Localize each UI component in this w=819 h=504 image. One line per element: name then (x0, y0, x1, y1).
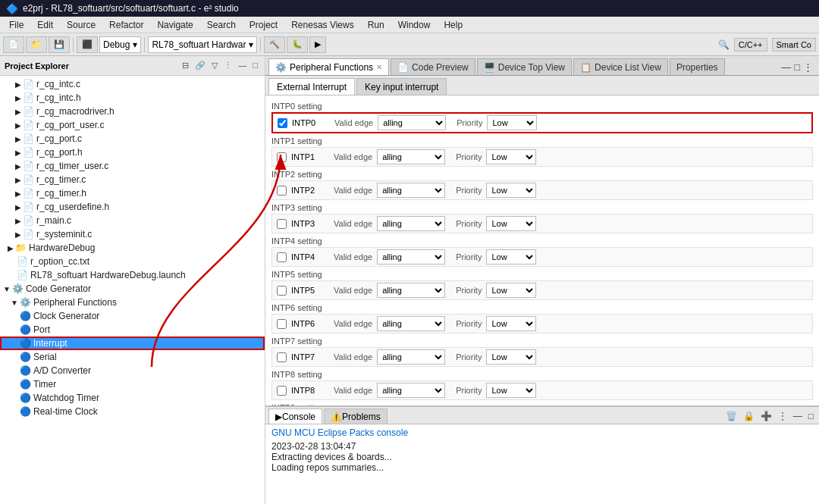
tree-item-r_cg_intc_c[interactable]: ▶ 📄 r_cg_intc.c (0, 77, 265, 91)
menu-renesas-views[interactable]: Renesas Views (285, 18, 360, 32)
tree-arrow-hardware_debug[interactable]: ▶ (8, 244, 14, 252)
debug-combo[interactable]: Debug ▾ (99, 36, 141, 53)
pf-tab-close[interactable]: ✕ (376, 63, 382, 71)
console-view-menu-btn[interactable]: ⋮ (776, 410, 789, 422)
tree-item-ad_converter[interactable]: 🔵 A/D Converter (0, 364, 265, 377)
menu-navigate[interactable]: Navigate (151, 18, 199, 32)
menu-refactor[interactable]: Refactor (103, 18, 149, 32)
tree-arrow-peripheral_functions[interactable]: ▼ (11, 299, 18, 307)
tree-item-serial[interactable]: 🔵 Serial (0, 350, 265, 364)
tree-arrow-r_systeminit_c[interactable]: ▶ (15, 230, 21, 239)
tree-item-interrupt[interactable]: 🔵 Interrupt (0, 337, 265, 350)
intp-priority-select-intp0[interactable]: LowMediumHigh (487, 115, 537, 130)
tree-arrow-r_cg_intc_h[interactable]: ▶ (15, 94, 21, 102)
toolbar-new-btn[interactable]: 📄 (3, 36, 24, 53)
toolbar-save-btn[interactable]: 💾 (49, 36, 70, 53)
intp-priority-select-intp7[interactable]: LowMediumHigh (486, 349, 536, 365)
tree-item-rl78_launch[interactable]: 📄 RL78_softuart HardwareDebug.launch (0, 268, 265, 282)
intp-valid-edge-select-intp7[interactable]: allingfallingrisingboth (377, 349, 445, 365)
intp-valid-edge-select-intp5[interactable]: allingfallingrisingboth (377, 283, 445, 298)
toolbar-stop-btn[interactable]: ⬛ (77, 36, 98, 53)
intp-checkbox-intp0[interactable] (278, 118, 287, 128)
tab-minimize-icon[interactable]: — (781, 61, 791, 73)
menu-project[interactable]: Project (243, 18, 284, 32)
console-scroll-lock-btn[interactable]: 🔒 (741, 410, 757, 422)
intp-valid-edge-select-intp2[interactable]: allingfallingrisingboth (377, 183, 445, 198)
tree-item-r_cg_port_user_c[interactable]: ▶ 📄 r_cg_port_user.c (0, 118, 265, 132)
toolbar-run-btn[interactable]: ▶ (309, 36, 326, 53)
menu-search[interactable]: Search (201, 18, 242, 32)
tree-arrow-code_generator[interactable]: ▼ (3, 285, 11, 293)
intp-checkbox-intp3[interactable] (277, 219, 287, 229)
tree-item-r_cg_timer_h[interactable]: ▶ 📄 r_cg_timer.h (0, 186, 265, 200)
menu-file[interactable]: File (3, 18, 30, 32)
tree-item-watchdog_timer[interactable]: 🔵 Watchdog Timer (0, 391, 265, 405)
intp-checkbox-intp7[interactable] (277, 352, 287, 362)
tab-chevron-icon[interactable]: ⋮ (803, 61, 813, 73)
tree-arrow-r_cg_port_user_c[interactable]: ▶ (15, 121, 21, 130)
console-max-btn[interactable]: □ (806, 410, 816, 422)
intp-priority-select-intp4[interactable]: LowMediumHigh (486, 249, 536, 265)
sidebar-filter-btn[interactable]: ▽ (209, 60, 220, 71)
intp-priority-select-intp1[interactable]: LowMediumHigh (486, 149, 536, 164)
console-new-btn[interactable]: ➕ (758, 410, 774, 422)
pf-tab-key-input[interactable]: Key input interrupt (356, 78, 447, 95)
tree-arrow-r_cg_timer_h[interactable]: ▶ (15, 189, 21, 198)
menu-help[interactable]: Help (438, 18, 469, 32)
intp-valid-edge-select-intp1[interactable]: allingfallingrisingboth (377, 149, 445, 164)
menu-source[interactable]: Source (61, 18, 102, 32)
tab-device-list-view[interactable]: 📋 Device List View (573, 58, 668, 75)
tree-arrow-r_cg_port_h[interactable]: ▶ (15, 149, 21, 157)
tree-item-realtime_clock[interactable]: 🔵 Real-time Clock (0, 405, 265, 418)
sidebar-menu-btn[interactable]: ⋮ (221, 60, 234, 71)
intp-checkbox-intp6[interactable] (277, 319, 287, 329)
console-min-btn[interactable]: — (791, 410, 805, 422)
toolbar-open-btn[interactable]: 📁 (26, 36, 47, 53)
tree-arrow-r_main_c[interactable]: ▶ (15, 217, 21, 225)
intp-priority-select-intp2[interactable]: LowMediumHigh (486, 183, 536, 198)
intp-checkbox-intp4[interactable] (277, 252, 287, 262)
intp-valid-edge-select-intp8[interactable]: allingfallingrisingboth (377, 383, 445, 398)
intp-valid-edge-select-intp3[interactable]: allingfallingrisingboth (377, 216, 445, 231)
sidebar-collapse-btn[interactable]: ⊟ (180, 60, 191, 71)
tree-item-peripheral_functions[interactable]: ▼ ⚙️ Peripheral Functions (0, 296, 265, 309)
sidebar-link-btn[interactable]: 🔗 (193, 60, 208, 71)
intp-checkbox-intp1[interactable] (277, 152, 287, 162)
device-combo[interactable]: RL78_softuart Hardwar ▾ (148, 36, 256, 53)
toolbar-build-btn[interactable]: 🔨 (264, 36, 285, 53)
sidebar-min-btn[interactable]: — (236, 60, 249, 71)
intp-checkbox-intp2[interactable] (277, 186, 287, 196)
tree-item-port[interactable]: 🔵 Port (0, 323, 265, 337)
tree-item-r_cg_timer_c[interactable]: ▶ 📄 r_cg_timer.c (0, 173, 265, 186)
tree-item-r_systeminit_c[interactable]: ▶ 📄 r_systeminit.c (0, 227, 265, 241)
tree-item-code_generator[interactable]: ▼ ⚙️ Code Generator (0, 282, 265, 296)
intp-valid-edge-select-intp0[interactable]: allingfallingrisingboth (378, 115, 446, 130)
tree-item-r_main_c[interactable]: ▶ 📄 r_main.c (0, 214, 265, 227)
bottom-tab-problems[interactable]: ⚠️ Problems (324, 409, 388, 424)
tree-arrow-r_cg_timer_c[interactable]: ▶ (15, 176, 21, 184)
tab-properties[interactable]: Properties (670, 58, 725, 75)
tree-item-timer[interactable]: 🔵 Timer (0, 377, 265, 391)
intp-priority-select-intp5[interactable]: LowMediumHigh (486, 283, 536, 298)
tree-arrow-r_cg_port_c[interactable]: ▶ (15, 135, 21, 143)
tree-item-r_option_cc_txt[interactable]: 📄 r_option_cc.txt (0, 255, 265, 268)
tree-item-r_cg_port_h[interactable]: ▶ 📄 r_cg_port.h (0, 146, 265, 159)
tree-item-r_cg_port_c[interactable]: ▶ 📄 r_cg_port.c (0, 132, 265, 146)
tab-code-preview[interactable]: 📄 Code Preview (391, 58, 475, 75)
intp-priority-select-intp6[interactable]: LowMediumHigh (486, 316, 536, 331)
intp-checkbox-intp5[interactable] (277, 286, 287, 296)
tree-item-r_cg_userdefine_h[interactable]: ▶ 📄 r_cg_userdefine.h (0, 200, 265, 214)
console-clear-btn[interactable]: 🗑️ (723, 410, 739, 422)
tree-item-hardware_debug[interactable]: ▶ 📁 HardwareDebug (0, 241, 265, 255)
toolbar-debug-btn[interactable]: 🐛 (287, 36, 308, 53)
intp-valid-edge-select-intp4[interactable]: allingfallingrisingboth (377, 249, 445, 265)
tree-arrow-r_cg_userdefine_h[interactable]: ▶ (15, 203, 21, 211)
tree-item-r_cg_macrodriver_h[interactable]: ▶ 📄 r_cg_macrodriver.h (0, 105, 265, 118)
tab-peripheral-functions[interactable]: ⚙️ Peripheral Functions ✕ (268, 58, 389, 75)
tab-device-top-view[interactable]: 🖥️ Device Top View (477, 58, 572, 75)
tree-arrow-r_cg_timer_user_c[interactable]: ▶ (15, 162, 21, 171)
intp-priority-select-intp3[interactable]: LowMediumHigh (486, 216, 536, 231)
sidebar-max-btn[interactable]: □ (250, 60, 260, 71)
tree-arrow-r_cg_macrodriver_h[interactable]: ▶ (15, 108, 21, 116)
pf-tab-external-interrupt[interactable]: External Interrupt (268, 78, 355, 95)
